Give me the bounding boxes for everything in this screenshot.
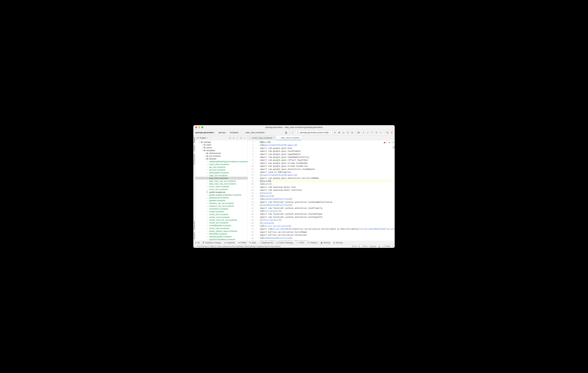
tree-row[interactable]: gradlew.bat.mustache <box>195 196 248 199</box>
tool-button-git-bottom[interactable]: ⎇Git <box>195 242 200 244</box>
run-button[interactable] <box>333 131 337 134</box>
tree-row[interactable]: additionalModelTypeAnnotations.mustache <box>195 160 248 163</box>
project-view-selector[interactable]: Project ▼ <box>200 137 208 139</box>
tree-row[interactable]: gradlew.mustache <box>195 199 248 202</box>
tree-row[interactable]: ▸infrastructure <box>195 152 248 154</box>
breadcrumb-item[interactable]: openapi <box>218 131 226 134</box>
build-icon[interactable] <box>291 131 294 134</box>
tool-button-structure[interactable]: Structure <box>193 232 195 239</box>
readonly-icon[interactable]: 🔓 <box>378 245 380 247</box>
tree-row[interactable]: README.mustache <box>195 232 248 235</box>
project-tree[interactable]: ▾openapi▸client▸server▾templates▸infrast… <box>195 140 248 241</box>
tree-row[interactable]: data_class_req_var.mustache <box>195 182 248 185</box>
warnings-count[interactable]: ▲4 <box>388 142 390 143</box>
caret-position[interactable]: 15:10 <box>352 245 356 247</box>
tree-row[interactable]: data_class_opt_var.mustache <box>195 180 248 182</box>
tool-windows-icon[interactable]: ▢ <box>195 245 196 247</box>
select-opened-file-icon[interactable] <box>228 136 231 140</box>
tree-row[interactable]: class_doc.mustache <box>195 174 248 177</box>
stop-button[interactable] <box>350 131 354 134</box>
tree-row[interactable]: model.mustache <box>195 210 248 213</box>
breadcrumbs[interactable]: openapi-generation 〉 openapi 〉 templates… <box>195 131 265 134</box>
tool-button-pypackages[interactable]: 🐍Python Packages <box>276 242 293 244</box>
tree-row[interactable]: interface_req_var.mustache <box>195 205 248 207</box>
tree-row[interactable]: typeInfoAnnotation.mustache <box>195 238 248 241</box>
tree-row[interactable]: build.gradle.mustache <box>195 171 248 174</box>
tree-row[interactable]: ▸libraries <box>195 157 248 160</box>
close-window-button[interactable] <box>195 126 197 128</box>
tool-button-dependencies[interactable]: ⬚Dependencies <box>259 242 273 244</box>
tool-button-pullrequests[interactable]: Pull Requests <box>193 154 195 165</box>
run-with-coverage-button[interactable] <box>342 131 345 134</box>
tree-row[interactable]: enum_class.mustache <box>195 185 248 188</box>
expand-all-icon[interactable] <box>232 136 235 140</box>
git-branch[interactable]: ⎇ master <box>383 245 390 247</box>
line-separator[interactable]: LF <box>358 245 360 247</box>
memory-indicator[interactable]: ▯ <box>392 245 393 247</box>
tree-row[interactable]: modelMutable.mustache <box>195 224 248 227</box>
ide-settings-icon[interactable] <box>390 131 393 134</box>
tool-button-dbchanges[interactable]: 🗄Database Changes <box>202 242 221 244</box>
gutter[interactable]: 2345678910111213141516171819202122232425… <box>248 140 256 241</box>
weak-count[interactable]: ✔9 <box>391 142 394 143</box>
tree-row[interactable]: model_room_init_var.mustache <box>195 219 248 221</box>
tool-button-build[interactable]: 🔨Build <box>249 242 256 244</box>
hide-icon[interactable] <box>243 136 246 140</box>
tree-row[interactable]: ▾templates <box>195 149 248 152</box>
reader-mode-actions[interactable]: × <box>392 145 395 149</box>
status-message[interactable]: Key Promoter X: Want to create a shortcu… <box>197 245 280 247</box>
tool-button-problems[interactable]: ⊘Problems <box>307 242 318 244</box>
maximize-window-button[interactable] <box>201 126 203 128</box>
tree-row[interactable]: model_room.mustache <box>195 216 248 219</box>
tool-button-project[interactable]: Project <box>193 137 195 143</box>
inspections-widget[interactable]: 1 ▲4 ✔9 ˄˅ <box>383 141 395 144</box>
tree-row[interactable]: gradle-wrapper.jar <box>195 191 248 193</box>
editor-tab[interactable]: data_class.mustache <box>276 136 301 140</box>
breadcrumb-item[interactable]: openapi-generation <box>195 131 214 134</box>
git-commit-icon[interactable] <box>366 131 369 134</box>
profiler-button[interactable] <box>346 131 350 134</box>
breadcrumb-item[interactable]: data_class.mustache <box>242 131 265 134</box>
code-area[interactable]: {{#gson}}{{#generateOneOfAnyOfWrappers}}… <box>256 140 395 241</box>
encoding[interactable]: UTF-8 <box>362 245 367 247</box>
git-update-icon[interactable] <box>362 131 365 134</box>
tool-button-bookmarks[interactable]: Bookmarks <box>193 221 195 230</box>
tree-row[interactable]: ▸jvm-common <box>195 154 248 157</box>
tree-row[interactable]: gradle-wrapper.properties.mustache <box>195 193 248 196</box>
minimize-window-button[interactable] <box>198 126 200 128</box>
tree-row[interactable]: oneof_class.mustache <box>195 227 248 230</box>
tool-button-endpoints[interactable]: ⇄Endpoints <box>224 242 235 244</box>
indent[interactable]: 4 spaces <box>369 245 376 247</box>
collapse-all-icon[interactable] <box>236 136 239 140</box>
tree-row[interactable]: api_test.mustache <box>195 168 248 171</box>
tool-button-commit[interactable]: Commit <box>193 145 195 151</box>
tree-row[interactable]: param_default_value.mustache <box>195 230 248 232</box>
editor[interactable]: 2345678910111213141516171819202122232425… <box>248 140 395 241</box>
breadcrumb-item[interactable]: templates <box>229 131 239 134</box>
code-with-me-icon[interactable] <box>284 131 288 134</box>
git-push-icon[interactable] <box>370 131 374 134</box>
tree-row[interactable]: model_doc.mustache <box>195 213 248 216</box>
tool-button-profiler[interactable]: ◔Profiler <box>238 242 246 244</box>
tree-row[interactable]: anyof_class.mustache <box>195 163 248 166</box>
run-configuration-selector[interactable]: openapi-generation [clean build] ▼ <box>295 131 332 135</box>
close-tab-icon[interactable]: × <box>273 137 274 139</box>
git-history-icon[interactable] <box>375 131 378 134</box>
tree-row[interactable]: licenseInfo.mustache <box>195 207 248 210</box>
tree-row[interactable]: data_class.mustache <box>195 177 248 180</box>
search-everywhere-icon[interactable] <box>386 131 389 134</box>
tree-row[interactable]: settings.gradle.mustache <box>195 235 248 238</box>
tree-row[interactable]: ▸client <box>195 143 248 146</box>
tree-row[interactable]: interface_opt_var.mustache <box>195 202 248 205</box>
tree-row[interactable]: ▸server <box>195 146 248 149</box>
tool-button-services[interactable]: ⊞Services <box>333 242 343 244</box>
tree-row[interactable]: ▾openapi <box>195 141 248 143</box>
tree-row[interactable]: enum_doc.mustache <box>195 188 248 191</box>
tool-button-terminal[interactable]: ▣Terminal <box>320 242 330 244</box>
tree-row[interactable]: api_doc.mustache <box>195 166 248 168</box>
tool-button-todo[interactable]: ≡TODO <box>296 242 304 244</box>
tree-row[interactable]: model_test.mustache <box>195 221 248 224</box>
debug-button[interactable] <box>337 131 341 134</box>
git-rollback-icon[interactable] <box>379 131 382 134</box>
reader-mode-icon[interactable] <box>393 146 395 148</box>
